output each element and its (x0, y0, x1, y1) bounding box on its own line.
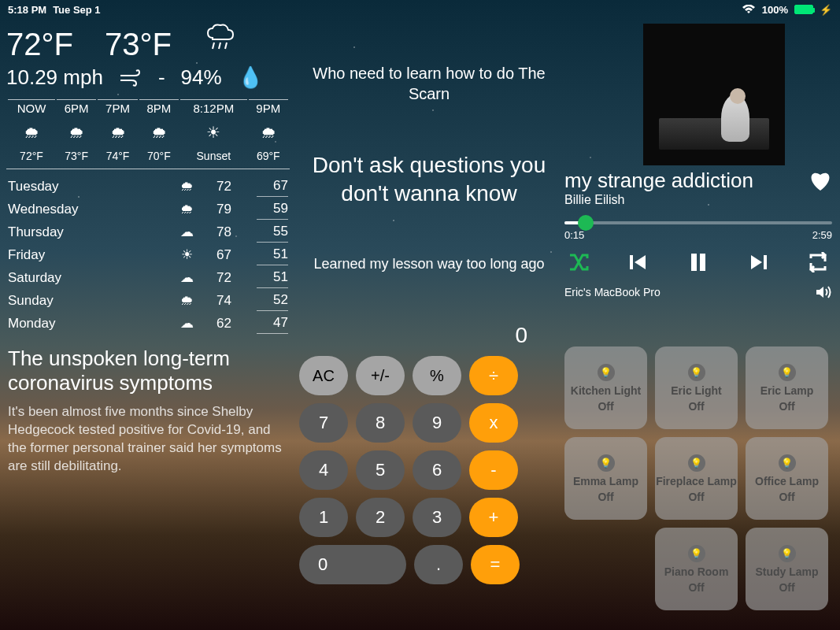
repeat-button[interactable] (804, 252, 832, 272)
tile-name: Eric Lamp (760, 384, 814, 397)
bulb-icon: 💡 (598, 454, 615, 472)
daily-row: Saturday ☁ 72 51 (8, 267, 288, 288)
home-tile[interactable]: 💡 Piano Room Off (655, 528, 738, 610)
daily-day: Friday (8, 244, 157, 265)
calc-equals[interactable]: = (471, 545, 520, 584)
battery-percent: 100% (762, 4, 788, 16)
next-button[interactable] (744, 252, 772, 272)
daily-row: Wednesday 🌧 79 59 (8, 198, 288, 220)
calc-1[interactable]: 1 (299, 498, 348, 537)
calc-7[interactable]: 7 (299, 403, 348, 443)
previous-button[interactable] (624, 252, 653, 272)
daily-high: 78 (216, 221, 255, 243)
hourly-temp: Sunset (180, 148, 246, 167)
calc-5[interactable]: 5 (356, 450, 405, 490)
home-tile[interactable]: 💡 Kitchen Light Off (564, 346, 647, 429)
daily-low: 51 (257, 244, 288, 265)
svg-line-0 (213, 43, 214, 49)
daily-day: Sunday (8, 290, 157, 311)
wind-icon (119, 69, 142, 87)
pause-button[interactable] (684, 252, 712, 272)
daily-high: 74 (216, 290, 255, 311)
home-tile[interactable]: 💡 Eric Light Off (655, 346, 738, 429)
progress-knob[interactable] (578, 215, 594, 231)
bulb-icon: 💡 (779, 364, 796, 381)
calc-add[interactable]: + (469, 498, 518, 537)
hourly-time: 9PM (249, 99, 288, 117)
daily-row: Monday ☁ 62 47 (8, 313, 288, 334)
tile-state: Off (688, 400, 704, 413)
calc-ac[interactable]: AC (299, 356, 348, 395)
calc-decimal[interactable]: . (414, 545, 463, 584)
calc-plusminus[interactable]: +/- (356, 356, 405, 395)
news-body: It's been almost five months since Shelb… (8, 403, 291, 476)
favorite-icon[interactable] (809, 170, 832, 192)
current-temp: 72°F (6, 27, 73, 62)
feels-like-temp: 73°F (105, 27, 172, 62)
tile-name: Kitchen Light (571, 384, 641, 397)
calc-display: 0 (299, 323, 535, 348)
daily-low: 59 (257, 198, 288, 220)
shuffle-button[interactable] (564, 250, 593, 274)
news-widget[interactable]: The unspoken long-term coronavirus sympt… (8, 346, 291, 476)
tile-state: Off (779, 491, 794, 503)
hourly-temp: 70°F (139, 148, 179, 167)
home-tile[interactable]: 💡 Study Lamp Off (746, 528, 828, 610)
tile-name: Study Lamp (755, 565, 818, 578)
calc-divide[interactable]: ÷ (469, 356, 518, 395)
lyrics-panel: Who need to learn how to do The Scarn Do… (299, 63, 559, 272)
tile-name: Eric Light (671, 384, 722, 397)
daily-icon: ☀ (159, 244, 214, 265)
daily-low: 67 (257, 176, 288, 197)
time-elapsed: 0:15 (564, 229, 584, 241)
daily-high: 72 (216, 267, 255, 288)
tile-name: Emma Lamp (573, 475, 638, 487)
home-tile[interactable]: 💡 Emma Lamp Off (564, 437, 647, 520)
daily-day: Thursday (8, 221, 157, 243)
daily-row: Friday ☀ 67 51 (8, 244, 288, 265)
daily-day: Monday (8, 313, 157, 334)
bulb-icon: 💡 (688, 364, 705, 381)
daily-row: Sunday 🌧 74 52 (8, 290, 288, 311)
home-tile[interactable]: 💡 Eric Lamp Off (746, 346, 828, 429)
daily-high: 67 (216, 244, 255, 265)
hourly-icon: 🌧 (98, 118, 137, 146)
lyric-current: Don't ask questions you don't wanna know (299, 151, 559, 209)
daily-icon: ☁ (159, 267, 214, 288)
tile-name: Office Lamp (755, 475, 819, 487)
calc-2[interactable]: 2 (356, 498, 405, 537)
bulb-icon: 💡 (688, 545, 705, 562)
calc-3[interactable]: 3 (413, 498, 461, 537)
hourly-forecast: NOW6PM7PM8PM8:12PM9PM 🌧🌧🌧🌧☀🌧 72°F73°F74°… (6, 98, 290, 169)
daily-forecast: Tuesday 🌧 72 67 Wednesday 🌧 79 59 Thursd… (6, 174, 290, 335)
hourly-temp: 72°F (8, 148, 55, 167)
calc-9[interactable]: 9 (413, 403, 461, 443)
home-tile[interactable]: 💡 Office Lamp Off (746, 437, 828, 520)
artist-name: Billie Eilish (564, 193, 832, 207)
hourly-icon: 🌧 (249, 118, 288, 146)
svg-line-1 (219, 43, 220, 49)
daily-row: Tuesday 🌧 72 67 (8, 176, 288, 197)
home-tile[interactable]: 💡 Fireplace Lamp Off (655, 437, 738, 520)
calc-subtract[interactable]: - (469, 450, 518, 490)
calc-multiply[interactable]: x (469, 403, 518, 443)
volume-icon[interactable] (815, 285, 832, 299)
calc-6[interactable]: 6 (413, 450, 461, 490)
calc-percent[interactable]: % (413, 356, 461, 395)
status-time: 5:18 PM (8, 4, 46, 16)
hourly-temp: 69°F (249, 148, 288, 167)
home-controls: 💡 Kitchen Light Off 💡 Eric Light Off 💡 E… (564, 346, 832, 610)
hourly-temp: 74°F (98, 148, 137, 167)
album-art[interactable] (643, 24, 785, 165)
calc-8[interactable]: 8 (356, 403, 405, 443)
separator: - (158, 65, 165, 90)
playback-device[interactable]: Eric's MacBook Pro (564, 286, 661, 298)
calc-4[interactable]: 4 (299, 450, 348, 490)
daily-high: 72 (216, 176, 255, 197)
wifi-icon (742, 5, 756, 14)
calc-0[interactable]: 0 (299, 545, 406, 584)
daily-day: Saturday (8, 267, 157, 288)
tile-state: Off (688, 581, 704, 594)
progress-bar[interactable] (564, 221, 832, 224)
hourly-time: 8:12PM (180, 99, 246, 117)
